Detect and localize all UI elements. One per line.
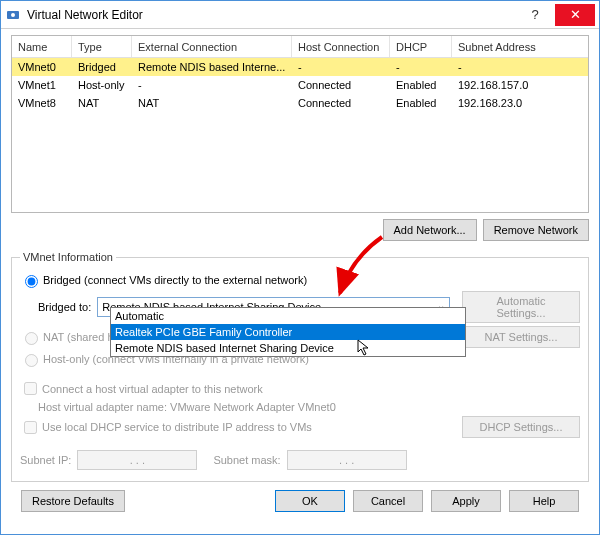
col-host[interactable]: Host Connection [292,36,390,57]
dhcp-settings-button: DHCP Settings... [462,416,580,438]
subnet-ip-label: Subnet IP: [20,454,71,466]
table-header: Name Type External Connection Host Conne… [12,36,588,58]
help-window-button[interactable]: ? [515,4,555,26]
app-icon [5,7,21,23]
nat-settings-button: NAT Settings... [462,326,580,348]
table-row[interactable]: VMnet8 NAT NAT Connected Enabled 192.168… [12,94,588,112]
col-dhcp[interactable]: DHCP [390,36,452,57]
check-dhcp-label: Use local DHCP service to distribute IP … [42,421,312,433]
check-host-adapter-label: Connect a host virtual adapter to this n… [42,383,263,395]
bridged-to-dropdown[interactable]: Automatic Realtek PCIe GBE Family Contro… [110,307,466,357]
vmnet-info-group: VMnet Information Bridged (connect VMs d… [11,251,589,482]
add-network-button[interactable]: Add Network... [383,219,477,241]
radio-bridged[interactable] [25,275,38,288]
adapter-hint: Host virtual adapter name: VMware Networ… [38,401,336,413]
network-table[interactable]: Name Type External Connection Host Conne… [11,35,589,213]
col-name[interactable]: Name [12,36,72,57]
radio-nat [25,332,38,345]
table-row[interactable]: VMnet1 Host-only - Connected Enabled 192… [12,76,588,94]
check-dhcp [24,421,37,434]
svg-point-1 [11,13,15,17]
dropdown-option[interactable]: Automatic [111,308,465,324]
subnet-mask-label: Subnet mask: [213,454,280,466]
dropdown-option[interactable]: Realtek PCIe GBE Family Controller [111,324,465,340]
col-subnet[interactable]: Subnet Address [452,36,588,57]
titlebar: Virtual Network Editor ? ✕ [1,1,599,29]
restore-defaults-button[interactable]: Restore Defaults [21,490,125,512]
subnet-ip-input: . . . [77,450,197,470]
table-row[interactable]: VMnet0 Bridged Remote NDIS based Interne… [12,58,588,76]
bridged-to-label: Bridged to: [38,301,91,313]
close-window-button[interactable]: ✕ [555,4,595,26]
radio-hostonly [25,354,38,367]
automatic-settings-button: Automatic Settings... [462,291,580,323]
col-external[interactable]: External Connection [132,36,292,57]
apply-button[interactable]: Apply [431,490,501,512]
col-type[interactable]: Type [72,36,132,57]
window-title: Virtual Network Editor [27,8,515,22]
radio-bridged-label: Bridged (connect VMs directly to the ext… [43,274,307,286]
group-legend: VMnet Information [20,251,116,263]
subnet-mask-input: . . . [287,450,407,470]
check-host-adapter [24,382,37,395]
remove-network-button[interactable]: Remove Network [483,219,589,241]
dropdown-option[interactable]: Remote NDIS based Internet Sharing Devic… [111,340,465,356]
help-button[interactable]: Help [509,490,579,512]
cancel-button[interactable]: Cancel [353,490,423,512]
ok-button[interactable]: OK [275,490,345,512]
